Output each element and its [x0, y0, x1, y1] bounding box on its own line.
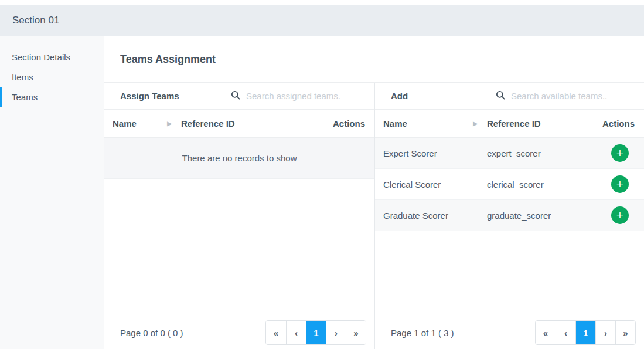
table-row: Clerical Scorer clerical_scorer +	[375, 169, 644, 200]
section-title-bar: Teams Assignment	[104, 36, 644, 83]
sidebar-item-section-details[interactable]: Section Details	[0, 47, 104, 67]
sidebar-item-items[interactable]: Items	[0, 67, 104, 87]
page-header: Section 01	[0, 5, 644, 36]
column-header-name[interactable]: Name	[113, 118, 137, 128]
team-name-cell: Expert Scorer	[383, 148, 487, 158]
table-row: Graduate Scorer graduate_scorer +	[375, 200, 644, 231]
available-teams-search	[496, 90, 628, 102]
available-teams-panel: Add Name ▶	[375, 83, 644, 349]
teams-assignment-title: Teams Assignment	[120, 53, 216, 66]
first-page-button[interactable]: «	[536, 321, 556, 344]
sort-arrow-icon[interactable]: ▶	[167, 121, 172, 127]
add-team-button[interactable]: +	[611, 206, 629, 224]
prev-page-button[interactable]: ‹	[556, 321, 575, 344]
search-icon	[231, 90, 240, 102]
empty-state-row: There are no records to show	[104, 138, 374, 179]
available-page-info: Page 1 of 1 ( 3 )	[391, 328, 454, 338]
reference-id-cell: expert_scorer	[487, 148, 583, 158]
table-row: Expert Scorer expert_scorer +	[375, 138, 644, 169]
search-available-teams-input[interactable]	[511, 91, 628, 101]
available-teams-toolbar: Add	[375, 83, 644, 110]
add-team-button[interactable]: +	[611, 144, 629, 162]
team-name-cell: Graduate Scorer	[383, 211, 487, 221]
prev-page-button[interactable]: ‹	[286, 321, 306, 344]
sidebar-item-label: Teams	[12, 92, 38, 102]
add-label: Add	[391, 91, 408, 101]
column-header-actions: Actions	[583, 118, 636, 128]
assigned-teams-panel: Assign Teams Name ▶	[104, 83, 375, 349]
assigned-pagination: « ‹ 1 › »	[265, 320, 366, 345]
column-header-reference-id[interactable]: Reference ID	[181, 118, 314, 128]
available-teams-table-header: Name ▶ Reference ID Actions	[375, 110, 644, 138]
assigned-teams-table-header: Name ▶ Reference ID Actions	[104, 110, 374, 138]
page-title: Section 01	[12, 15, 59, 26]
available-teams-table-body: Expert Scorer expert_scorer + Clerical S…	[375, 138, 644, 316]
last-page-button[interactable]: »	[615, 321, 635, 344]
last-page-button[interactable]: »	[346, 321, 366, 344]
add-team-button[interactable]: +	[611, 175, 629, 193]
layout: Section Details Items Teams Teams Assign…	[0, 36, 644, 349]
page-number-button[interactable]: 1	[306, 321, 326, 344]
assigned-teams-footer: Page 0 of 0 ( 0 ) « ‹ 1 › »	[104, 316, 374, 349]
next-page-button[interactable]: ›	[326, 321, 346, 344]
sidebar-item-label: Items	[12, 72, 33, 82]
reference-id-cell: graduate_scorer	[487, 211, 583, 221]
search-assigned-teams-input[interactable]	[246, 91, 359, 101]
next-page-button[interactable]: ›	[595, 321, 615, 344]
reference-id-cell: clerical_scorer	[487, 179, 583, 189]
plus-icon: +	[616, 147, 623, 159]
available-teams-footer: Page 1 of 1 ( 3 ) « ‹ 1 › »	[375, 316, 644, 349]
sidebar-item-label: Section Details	[12, 52, 70, 62]
plus-icon: +	[616, 209, 623, 221]
assign-teams-label: Assign Teams	[120, 91, 179, 101]
column-header-name[interactable]: Name	[383, 118, 407, 128]
available-pagination: « ‹ 1 › »	[535, 320, 636, 345]
empty-state-message: There are no records to show	[182, 153, 297, 163]
search-icon	[496, 90, 505, 102]
column-header-reference-id[interactable]: Reference ID	[487, 118, 583, 128]
sort-arrow-icon[interactable]: ▶	[473, 121, 478, 127]
column-header-actions: Actions	[314, 118, 366, 128]
sidebar-item-teams[interactable]: Teams	[0, 87, 104, 107]
top-strip	[0, 0, 644, 5]
assigned-page-info: Page 0 of 0 ( 0 )	[120, 328, 183, 338]
plus-icon: +	[616, 178, 623, 190]
team-name-cell: Clerical Scorer	[383, 179, 487, 189]
panels: Assign Teams Name ▶	[104, 83, 644, 349]
assigned-teams-toolbar: Assign Teams	[104, 83, 374, 110]
page-number-button[interactable]: 1	[575, 321, 595, 344]
assigned-teams-table-body: There are no records to show	[104, 138, 374, 316]
first-page-button[interactable]: «	[266, 321, 286, 344]
assigned-teams-search	[231, 90, 359, 102]
main-content: Teams Assignment Assign Teams	[104, 36, 644, 349]
sidebar: Section Details Items Teams	[0, 36, 104, 349]
